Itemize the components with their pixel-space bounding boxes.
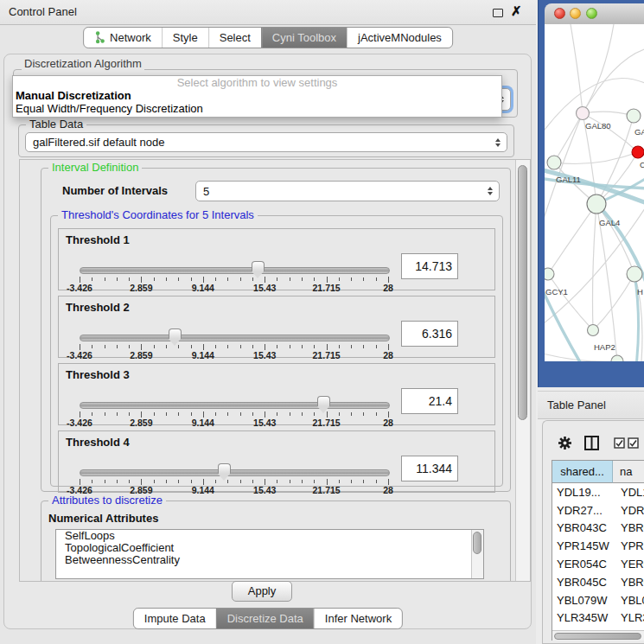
- attributes-group-label: Attributes to discretize: [48, 494, 166, 507]
- tab-select[interactable]: Select: [208, 28, 261, 48]
- column-header-shared-name[interactable]: shared...: [552, 461, 613, 483]
- table-row[interactable]: YBR043CYBR0: [552, 520, 644, 538]
- slider-tick: [141, 344, 142, 350]
- table-row[interactable]: YBL079WYBL0: [552, 591, 644, 609]
- cell-shared-name: YDL19...: [552, 486, 613, 499]
- network-node-GAL4[interactable]: [587, 194, 606, 214]
- network-edge: [583, 48, 644, 113]
- cell-name: YBL0: [613, 594, 644, 607]
- slider-tick: [80, 344, 80, 350]
- slider-tick: [314, 277, 315, 281]
- slider-tick: [203, 344, 204, 350]
- slider-tick-label: -3.426: [58, 350, 101, 360]
- table-header: shared... na: [552, 461, 644, 483]
- table-row[interactable]: YPR145WYPR1: [552, 537, 644, 555]
- minimize-traffic-light-icon[interactable]: [570, 8, 581, 19]
- network-node-GAL11[interactable]: [547, 156, 561, 169]
- network-node-bottom-node[interactable]: [611, 355, 623, 361]
- slider-tick-label: 15.43: [243, 485, 286, 495]
- numerical-attributes-list[interactable]: SelfLoopsTopologicalCoefficientBetweenne…: [55, 529, 484, 579]
- slider-tick: [203, 411, 204, 418]
- slider-track[interactable]: [80, 402, 390, 409]
- tab-network[interactable]: Network: [84, 28, 162, 48]
- network-node-HAP2[interactable]: [588, 325, 599, 336]
- network-node-H-node[interactable]: [627, 266, 642, 282]
- threshold-value-field[interactable]: 14.713: [401, 253, 458, 279]
- slider-tick: [129, 345, 130, 348]
- network-node-label: HAP2: [594, 342, 615, 352]
- table-row[interactable]: YBR045CYBR0: [552, 573, 644, 591]
- checkbox-icon[interactable]: [628, 437, 639, 449]
- slider-tick: [178, 480, 179, 483]
- network-node-red-node[interactable]: [632, 146, 644, 158]
- slider-tick: [203, 479, 204, 485]
- table-row[interactable]: YLR345WYLR3: [552, 609, 644, 628]
- threshold-title: Threshold 1: [66, 233, 130, 246]
- tab-discretize-data[interactable]: Discretize Data: [216, 609, 314, 628]
- num-intervals-select[interactable]: 5: [195, 181, 500, 201]
- panel-scrollbar[interactable]: [515, 160, 530, 581]
- slider-tick: [376, 412, 377, 416]
- threshold-value-field[interactable]: 11.344: [401, 456, 458, 481]
- slider-tick: [363, 277, 364, 281]
- slider-track[interactable]: [80, 335, 390, 341]
- slider-tick: [252, 345, 253, 348]
- attribute-list-item[interactable]: SelfLoops: [56, 530, 483, 542]
- app-root: Control Panel ✗ NetworkStyleSelectCyni T…: [0, 0, 644, 644]
- close-icon[interactable]: ✗: [511, 3, 522, 19]
- apply-button[interactable]: Apply: [232, 581, 292, 602]
- num-intervals-label: Number of Intervals: [62, 181, 168, 201]
- threshold-panel: Threshold 1-3.4262.8599.14415.4321.71528…: [58, 228, 495, 290]
- network-node-GAL80-neighbor[interactable]: [627, 109, 641, 123]
- slider-thumb[interactable]: [317, 396, 330, 406]
- threshold-value-field[interactable]: 6.316: [401, 321, 458, 347]
- table-data-select[interactable]: galFiltered.sif default node: [25, 132, 507, 152]
- attribute-list-item[interactable]: TopologicalCoefficient: [56, 542, 483, 554]
- threshold-title: Threshold 3: [66, 368, 130, 381]
- network-canvas[interactable]: GAL80GACGAL11GAL4GCY1HHAP2: [545, 24, 644, 361]
- checkbox-icon[interactable]: [614, 437, 625, 449]
- tab-jactivemnodules[interactable]: jActiveMNodules: [347, 28, 452, 48]
- zoom-traffic-light-icon[interactable]: [586, 8, 597, 19]
- threshold-title: Threshold 4: [66, 436, 130, 449]
- tab-impute-data[interactable]: Impute Data: [134, 609, 216, 628]
- dropdown-option[interactable]: Equal Width/Frequency Discretization: [13, 102, 501, 115]
- float-window-icon[interactable]: [493, 9, 503, 17]
- slider-tick: [178, 412, 179, 416]
- slider-thumb[interactable]: [169, 328, 182, 339]
- slider-tick: [314, 345, 315, 348]
- table-row[interactable]: YDL19...YDL1: [552, 483, 644, 501]
- slider-track[interactable]: [80, 469, 390, 476]
- tab-infer-network[interactable]: Infer Network: [314, 609, 402, 628]
- cell-name: YER0: [613, 558, 644, 571]
- slider-thumb[interactable]: [218, 463, 231, 474]
- network-node-GAL80[interactable]: [577, 107, 590, 120]
- attribute-list-item[interactable]: BetweennessCentrality: [56, 554, 483, 566]
- network-node-GCY1[interactable]: [545, 268, 554, 280]
- slider-tick-label: 9.144: [182, 283, 225, 293]
- cell-name: YBR0: [613, 521, 644, 534]
- table-horizontal-scrollbar[interactable]: [552, 630, 644, 641]
- slider-tick: [265, 411, 265, 418]
- table-row[interactable]: YER054CYER0: [552, 555, 644, 573]
- slider-thumb[interactable]: [252, 261, 265, 271]
- cell-name: YDL1: [613, 486, 644, 499]
- gear-icon[interactable]: [558, 436, 572, 450]
- slider-tick: [215, 480, 216, 483]
- tab-cyni-toolbox[interactable]: Cyni Toolbox: [261, 28, 347, 48]
- slider-tick: [314, 412, 315, 416]
- network-edge: [593, 204, 597, 330]
- close-traffic-light-icon[interactable]: [554, 8, 565, 19]
- table-data-value: galFiltered.sif default node: [33, 136, 164, 149]
- list-scrollbar[interactable]: [471, 530, 483, 578]
- dropdown-option[interactable]: Manual Discretization: [13, 89, 501, 102]
- spinner-arrows-icon: [488, 187, 493, 195]
- slider-track[interactable]: [80, 267, 390, 274]
- slider-tick-label: 2.859: [119, 418, 163, 428]
- tab-style[interactable]: Style: [162, 28, 208, 48]
- columns-icon[interactable]: [584, 436, 599, 450]
- threshold-value-field[interactable]: 21.4: [401, 388, 458, 414]
- table-row[interactable]: YDR27...YDR2: [552, 501, 644, 520]
- column-header-name[interactable]: na: [613, 461, 644, 483]
- cell-shared-name: YLR345W: [552, 611, 613, 624]
